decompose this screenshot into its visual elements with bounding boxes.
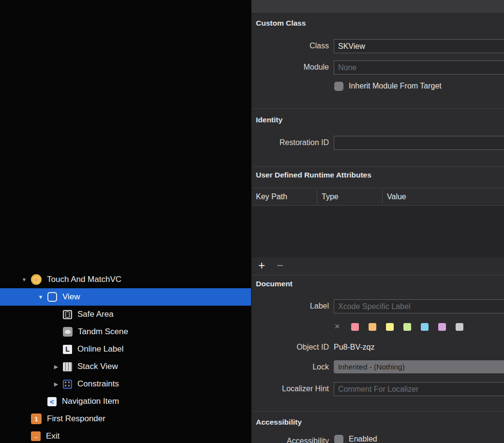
add-attribute-button[interactable]: + (255, 258, 268, 273)
inherit-module-checkbox[interactable] (334, 82, 343, 91)
section-title-accessibility: Accessibility (256, 416, 302, 428)
disclosure-open-icon[interactable]: ▼ (34, 294, 47, 300)
column-header-key-path: Key Path (256, 188, 287, 206)
section-title-custom-class: Custom Class (256, 17, 306, 29)
accessibility-row-label: Accessibility (252, 434, 329, 443)
accessibility-enabled-checkbox[interactable] (334, 435, 343, 443)
outline-item-label: First Responder (47, 414, 105, 424)
scene-icon (63, 327, 73, 337)
section-separator (252, 166, 504, 167)
outline-item-label: Constraints (77, 379, 119, 389)
outline-item-label: Online Label (77, 344, 123, 354)
outline-item-label: Tandm Scene (78, 327, 128, 337)
localizer-hint-field-wrap (334, 382, 504, 396)
navigation-item-icon: < (47, 397, 57, 406)
outline-row-view-controller[interactable]: ▼ Touch And MatchVC (0, 271, 251, 288)
column-divider (317, 190, 317, 204)
section-title-document: Document (256, 278, 293, 290)
section-separator (252, 108, 504, 109)
constraints-icon (63, 380, 72, 389)
class-label: Class (252, 39, 329, 53)
object-id-label: Object ID (252, 340, 329, 354)
object-id-value: Pu8-BV-zqz (334, 340, 374, 354)
clear-color-icon[interactable]: × (332, 321, 342, 332)
first-responder-icon: 1 (31, 413, 42, 424)
disclosure-closed-icon[interactable]: ▶ (49, 364, 63, 370)
accessibility-enabled-label: Enabled (349, 434, 377, 443)
column-divider (382, 190, 383, 204)
disclosure-open-icon[interactable]: ▼ (17, 277, 31, 282)
outline-item-label: Safe Area (77, 310, 114, 319)
module-input[interactable] (334, 61, 504, 74)
outline-row-tandm-scene[interactable]: Tandm Scene (0, 323, 251, 340)
localizer-hint-input[interactable] (334, 383, 504, 396)
restoration-id-label: Restoration ID (252, 136, 329, 149)
class-input[interactable] (334, 40, 504, 53)
stack-view-icon (63, 362, 72, 371)
outline-row-online-label[interactable]: L Online Label (0, 340, 251, 358)
color-swatch-green[interactable] (403, 323, 411, 331)
outline-item-label: Touch And MatchVC (47, 275, 121, 284)
color-swatch-orange[interactable] (369, 323, 376, 331)
runtime-attributes-table-body (252, 206, 504, 257)
view-icon (47, 292, 57, 302)
identity-inspector: Custom Class Class Module Inherit Module… (252, 0, 504, 443)
remove-attribute-button[interactable]: − (274, 258, 286, 273)
outline-row-stack-view[interactable]: ▶ Stack View (0, 358, 251, 375)
outline-row-safe-area[interactable]: Safe Area (0, 306, 251, 323)
lock-dropdown[interactable]: Inherited - (Nothing) (334, 360, 504, 373)
disclosure-closed-icon[interactable]: ▶ (49, 381, 63, 387)
color-swatch-yellow[interactable] (386, 323, 394, 331)
section-title-identity: Identity (256, 114, 282, 126)
section-separator (252, 275, 504, 275)
outline-row-constraints[interactable]: ▶ Constraints (0, 375, 251, 393)
exit-icon: → (31, 431, 41, 441)
inspector-toolbar (252, 0, 504, 14)
column-header-value: Value (387, 188, 406, 206)
outline-row-view-selected[interactable]: ▼ View (0, 288, 251, 306)
column-header-type: Type (322, 188, 339, 206)
document-label-input[interactable] (334, 300, 504, 313)
color-swatch-pink[interactable] (351, 323, 359, 331)
module-field-wrap (334, 60, 504, 74)
outline-item-label: Exit (46, 431, 59, 441)
color-swatch-blue[interactable] (421, 323, 429, 331)
outline-row-navigation-item[interactable]: < Navigation Item (0, 393, 251, 410)
section-separator (252, 411, 504, 412)
restoration-id-input[interactable] (334, 136, 504, 149)
document-label-label: Label (252, 299, 329, 313)
lock-label: Lock (252, 360, 329, 373)
localizer-hint-label: Localizer Hint (252, 382, 329, 396)
document-outline: ▼ Touch And MatchVC ▼ View Safe Area Tan… (0, 0, 251, 443)
outline-row-exit[interactable]: → Exit (0, 428, 251, 443)
inherit-module-label: Inherit Module From Target (349, 81, 442, 91)
outline-item-label: View (62, 292, 80, 302)
outline-row-first-responder[interactable]: 1 First Responder (0, 410, 251, 428)
document-label-field-wrap (334, 299, 504, 313)
outline-item-label: Stack View (77, 362, 118, 371)
safe-area-icon (63, 310, 72, 319)
view-controller-icon (31, 274, 42, 285)
label-icon: L (63, 345, 72, 354)
section-title-runtime-attributes: User Defined Runtime Attributes (256, 169, 371, 181)
outline-item-label: Navigation Item (62, 397, 119, 406)
color-swatch-gray[interactable] (456, 323, 463, 331)
class-field-wrap (334, 39, 504, 53)
xcode-window: ▼ Touch And MatchVC ▼ View Safe Area Tan… (0, 0, 504, 443)
restoration-id-field-wrap (334, 136, 504, 150)
color-swatch-purple[interactable] (438, 323, 446, 331)
module-label: Module (252, 60, 329, 74)
runtime-attributes-table-header: Key Path Type Value (252, 188, 504, 206)
